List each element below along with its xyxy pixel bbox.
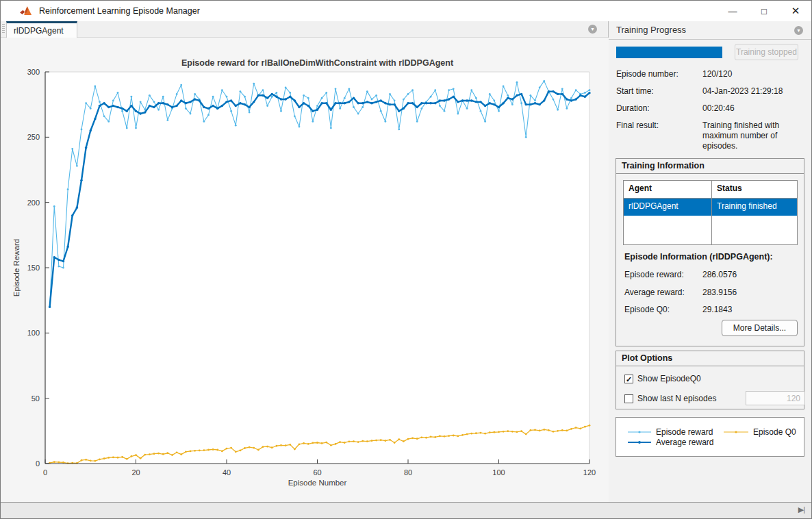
tab-strip: rlDDPGAgent ▼ [1, 21, 608, 38]
status-column-header: Status [712, 181, 797, 198]
episode-number-label: Episode number: [616, 69, 678, 79]
training-progress-pane: Training Progress ▼ Training stopped Epi… [609, 21, 812, 503]
legend-episode-reward-label: Episode reward [656, 427, 713, 437]
window-title: Reinforcement Learning Episode Manager [39, 6, 200, 16]
training-progress-header: Training Progress ▼ [609, 21, 812, 40]
legend-episode-q0-label: Episode Q0 [753, 427, 796, 437]
episode-number-row: Episode number: 120/120 [616, 69, 805, 79]
final-result-row: Final result: Training finished with max… [616, 121, 805, 130]
show-episodeq0-label: Show EpisodeQ0 [637, 374, 701, 383]
svg-text:Episode Number: Episode Number [288, 479, 347, 487]
chart-legend: Episode reward Episode Q0 [616, 417, 804, 457]
average-reward-label: Average reward: [624, 288, 685, 297]
table-row[interactable]: rlDDPGAgent Training finished [624, 199, 797, 216]
minimize-button[interactable]: — [717, 1, 748, 21]
collapse-tab-pane-icon[interactable]: ▼ [588, 25, 597, 34]
episode-q0-row: Episode Q0: 29.1843 [624, 305, 796, 314]
show-last-n-checkbox[interactable] [624, 394, 633, 403]
svg-text:0: 0 [36, 459, 40, 468]
svg-text:200: 200 [27, 199, 40, 207]
episode-reward-line-icon [627, 429, 652, 435]
chart-area: 020406080100120050100150200250300Episode… [1, 38, 609, 503]
svg-text:80: 80 [404, 468, 412, 477]
tab-rlddpgagent[interactable]: rlDDPGAgent [6, 21, 77, 38]
training-information-title: Training Information [616, 159, 804, 174]
plot-options-title: Plot Options [616, 351, 804, 366]
svg-text:300: 300 [27, 68, 40, 76]
episode-reward-row: Episode reward: 286.0576 [624, 270, 796, 279]
main-area: rlDDPGAgent ▼ 02040608010012005010015020… [1, 21, 812, 503]
duration-value: 00:20:46 [702, 103, 809, 114]
svg-text:100: 100 [492, 468, 505, 477]
start-time-label: Start time: [616, 86, 654, 96]
training-progress-bar [616, 47, 722, 58]
legend-average-reward[interactable]: Average reward [627, 437, 723, 447]
svg-text:100: 100 [27, 329, 40, 337]
episode-number-value: 120/120 [702, 69, 809, 79]
training-information-panel: Training Information Agent Status rlDDPG… [616, 158, 804, 346]
start-time-row: Start time: 04-Jan-2023 21:29:18 [616, 86, 805, 96]
last-n-episodes-input[interactable] [746, 391, 805, 405]
final-result-value: Training finished with maximum number of… [702, 121, 809, 151]
table-header-row: Agent Status [624, 181, 797, 199]
svg-text:Episode Reward: Episode Reward [12, 239, 21, 296]
agent-status-table: Agent Status rlDDPGAgent Training finish… [623, 180, 798, 245]
table-empty-area [624, 216, 797, 244]
show-episodeq0-checkbox[interactable]: ✓ [624, 375, 633, 383]
close-button[interactable]: ✕ [780, 1, 811, 21]
training-progress-title: Training Progress [616, 25, 686, 35]
svg-text:20: 20 [131, 468, 140, 477]
dock-arrow-icon[interactable]: ▶| [798, 505, 804, 514]
agent-cell: rlDDPGAgent [624, 199, 712, 216]
status-cell: Training finished [712, 199, 797, 216]
episode-reward-value: 286.0576 [702, 270, 809, 280]
svg-text:Episode reward for rlBallOneDi: Episode reward for rlBallOneDimWithConst… [181, 58, 454, 68]
app-window: Reinforcement Learning Episode Manager —… [0, 0, 812, 519]
legend-average-reward-label: Average reward [656, 438, 714, 447]
panel-grip-icon[interactable] [2, 24, 5, 34]
reward-chart[interactable]: 020406080100120050100150200250300Episode… [1, 38, 609, 503]
average-reward-value: 283.9156 [702, 288, 809, 298]
start-time-value: 04-Jan-2023 21:29:18 [702, 86, 809, 97]
final-result-label: Final result: [616, 121, 659, 130]
svg-text:40: 40 [223, 468, 231, 477]
agent-column-header: Agent [624, 181, 712, 198]
legend-episode-q0[interactable]: Episode Q0 [723, 427, 796, 437]
episode-q0-value: 29.1843 [702, 305, 809, 315]
episode-reward-label: Episode reward: [624, 270, 684, 279]
svg-text:250: 250 [27, 133, 40, 141]
show-last-n-label: Show last N episodes [637, 394, 716, 403]
svg-text:60: 60 [313, 468, 321, 477]
training-stopped-button[interactable]: Training stopped [735, 44, 798, 60]
duration-label: Duration: [616, 103, 650, 113]
svg-text:0: 0 [43, 468, 47, 477]
svg-text:120: 120 [583, 468, 596, 477]
average-reward-line-icon [627, 439, 652, 446]
svg-text:150: 150 [27, 264, 40, 272]
plot-options-panel: Plot Options ✓ Show EpisodeQ0 Show last … [616, 351, 804, 409]
duration-row: Duration: 00:20:46 [616, 103, 805, 113]
status-bar: ▶| [1, 502, 811, 518]
titlebar: Reinforcement Learning Episode Manager —… [1, 1, 811, 21]
episode-q0-line-icon [723, 429, 749, 435]
collapse-progress-pane-icon[interactable]: ▼ [794, 26, 803, 35]
episode-q0-label: Episode Q0: [624, 305, 670, 314]
average-reward-row: Average reward: 283.9156 [624, 288, 796, 297]
matlab-logo-icon [20, 6, 32, 16]
show-episodeq0-row: ✓ Show EpisodeQ0 [624, 374, 701, 383]
plot-pane: rlDDPGAgent ▼ 02040608010012005010015020… [1, 21, 609, 503]
svg-text:50: 50 [31, 394, 40, 403]
tab-label: rlDDPGAgent [14, 26, 64, 36]
legend-episode-reward[interactable]: Episode reward [627, 427, 723, 437]
more-details-button[interactable]: More Details... [722, 320, 798, 336]
maximize-button[interactable]: □ [748, 1, 780, 21]
episode-information-title: Episode Information (rlDDPGAgent): [624, 252, 773, 262]
show-last-n-row: Show last N episodes [624, 394, 716, 403]
